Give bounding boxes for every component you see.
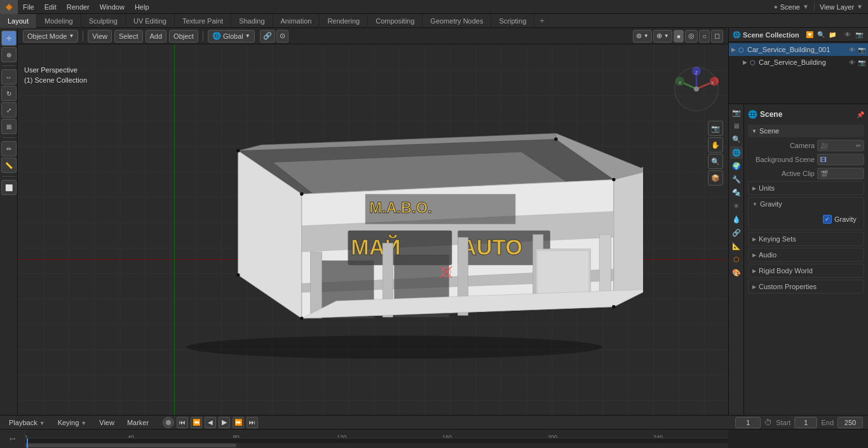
zoom-btn[interactable]: 🔍: [708, 154, 723, 169]
navigation-gizmo[interactable]: X Y Z: [671, 64, 722, 114]
viewport-canvas[interactable]: МАЙ AUTO М.А.В.О.: [18, 44, 728, 415]
skip-end-btn[interactable]: ⏭: [247, 417, 258, 428]
prop-icon-material[interactable]: ⬡: [730, 253, 743, 266]
prop-icon-output[interactable]: 🖥: [730, 119, 743, 132]
prop-icon-physics[interactable]: 💧: [730, 213, 743, 226]
gizmo-btn[interactable]: ⊕ ▼: [653, 30, 672, 43]
toolbar-transform[interactable]: ⊞: [1, 119, 17, 134]
tab-rendering[interactable]: Rendering: [320, 14, 368, 28]
tab-scripting[interactable]: Scripting: [491, 14, 534, 28]
tab-compositing[interactable]: Compositing: [368, 14, 423, 28]
toolbar-rotate[interactable]: ↻: [1, 86, 17, 101]
keying-sets-header[interactable]: ▶ Keying Sets: [749, 233, 864, 245]
gravity-section-header[interactable]: ▼ Gravity: [749, 198, 864, 210]
scene-pin-btn[interactable]: 📌: [857, 111, 864, 118]
prop-icon-data[interactable]: 📐: [730, 240, 743, 252]
camera-edit-icon[interactable]: ✏: [856, 142, 861, 149]
snap-toggle[interactable]: 🔗: [260, 30, 275, 43]
prop-icon-object[interactable]: 🔧: [730, 173, 743, 186]
select-menu[interactable]: Select: [114, 30, 143, 43]
current-frame-field[interactable]: 1: [735, 417, 761, 428]
play-reverse-btn[interactable]: ◀: [205, 417, 216, 428]
object-menu[interactable]: Object: [169, 30, 198, 43]
timeline-scrollbar-thumb[interactable]: [25, 444, 236, 447]
toolbar-cursor[interactable]: ✛: [1, 31, 17, 46]
prop-icon-particles[interactable]: ✳: [730, 200, 743, 212]
menu-render[interactable]: Render: [62, 0, 95, 14]
menu-window[interactable]: Window: [95, 0, 130, 14]
toolbar-annotate[interactable]: ✏: [1, 141, 17, 156]
outliner-new-collection-btn[interactable]: 📁: [827, 30, 837, 40]
scene-section-header[interactable]: ▼ Scene: [748, 125, 864, 137]
prop-icon-modifiers[interactable]: 🔩: [730, 186, 743, 199]
rigid-body-world-header[interactable]: ▶ Rigid Body World: [749, 264, 864, 277]
marker-ctrl[interactable]: Marker: [123, 417, 153, 428]
background-scene-field[interactable]: 🎞: [817, 154, 864, 165]
outliner-restrict-toggle[interactable]: 👁: [843, 30, 853, 40]
menu-help[interactable]: Help: [130, 0, 154, 14]
proportional-edit[interactable]: ⊙: [276, 30, 288, 43]
add-menu[interactable]: Add: [146, 30, 167, 43]
tab-layout[interactable]: Layout: [0, 14, 37, 28]
toolbar-move[interactable]: ⊕: [1, 47, 17, 62]
gravity-checkbox[interactable]: ✓: [823, 215, 832, 224]
outliner-render-2[interactable]: 📷: [858, 59, 865, 66]
prop-icon-world[interactable]: 🌍: [730, 160, 743, 172]
menu-edit[interactable]: Edit: [39, 0, 62, 14]
viewport-3d[interactable]: Object Mode ▼ View Select Add Object 🌐 G…: [18, 28, 728, 415]
menu-file[interactable]: File: [18, 0, 39, 14]
camera-view-btn[interactable]: 📷: [708, 121, 723, 136]
outliner-render-toggle[interactable]: 📷: [854, 30, 864, 40]
prop-icon-scene[interactable]: 🌐: [730, 146, 743, 159]
toolbar-add[interactable]: ⬜: [1, 180, 17, 195]
view-menu[interactable]: View: [88, 30, 112, 43]
transform-dropdown[interactable]: 🌐 Global ▼: [208, 30, 255, 43]
tab-shading[interactable]: Shading: [231, 14, 273, 28]
tab-geometry-nodes[interactable]: Geometry Nodes: [423, 14, 491, 28]
outliner-item-car-service-001[interactable]: ▶ ⬡ Car_Service_Building_001 👁 📷: [729, 43, 868, 56]
units-section-header[interactable]: ▶ Units: [749, 182, 864, 194]
rendered-btn[interactable]: 📦: [708, 170, 723, 186]
audio-section-header[interactable]: ▶ Audio: [749, 248, 864, 261]
custom-properties-header[interactable]: ▶ Custom Properties: [749, 280, 864, 293]
tab-texture-paint[interactable]: Texture Paint: [175, 14, 231, 28]
prop-icon-viewlayer[interactable]: 🔍: [730, 133, 743, 146]
prop-icon-shading[interactable]: 🎨: [730, 266, 743, 279]
tab-modeling[interactable]: Modeling: [37, 14, 81, 28]
keying-ctrl[interactable]: Keying ▼: [54, 417, 91, 428]
toolbar-measure[interactable]: 📏: [1, 158, 17, 173]
shading-rendered[interactable]: ○: [699, 30, 710, 43]
prev-keyframe-btn[interactable]: ⏪: [191, 417, 202, 428]
timeline-content[interactable]: 0 40 80 120 160 200 240 1: [0, 430, 868, 448]
shading-material[interactable]: ◎: [685, 30, 698, 43]
toolbar-move-tool[interactable]: ↔: [1, 69, 17, 85]
outliner-render-1[interactable]: 📷: [858, 46, 865, 53]
outliner-visibility-2[interactable]: 👁: [849, 59, 855, 66]
view-ctrl[interactable]: View: [95, 417, 118, 428]
tab-animation[interactable]: Animation: [273, 14, 320, 28]
timeline-scrollbar[interactable]: [25, 443, 728, 448]
add-workspace-tab[interactable]: +: [534, 15, 550, 27]
record-btn[interactable]: [163, 417, 174, 428]
prop-icon-render[interactable]: 📷: [730, 106, 743, 119]
start-frame-field[interactable]: 1: [794, 417, 817, 428]
camera-field[interactable]: 🎥 ✏: [817, 140, 864, 151]
tab-sculpting[interactable]: Sculpting: [81, 14, 126, 28]
skip-start-btn[interactable]: ⏮: [177, 417, 188, 428]
active-clip-field[interactable]: 🎬: [817, 168, 864, 179]
play-btn[interactable]: ▶: [219, 417, 230, 428]
tab-uv-editing[interactable]: UV Editing: [126, 14, 175, 28]
shading-solid[interactable]: ●: [674, 30, 684, 43]
next-keyframe-btn[interactable]: ⏩: [233, 417, 244, 428]
outliner-search-btn[interactable]: 🔍: [816, 30, 826, 40]
prop-icon-constraints[interactable]: 🔗: [730, 226, 743, 239]
end-frame-field[interactable]: 250: [837, 417, 863, 428]
shading-wireframe[interactable]: ◻: [711, 30, 723, 43]
mode-dropdown[interactable]: Object Mode ▼: [23, 30, 78, 43]
toolbar-scale[interactable]: ⤢: [1, 102, 17, 118]
outliner-filter-btn[interactable]: 🔽: [804, 30, 815, 40]
playback-ctrl[interactable]: Playback ▼: [5, 417, 49, 428]
hand-tool-btn[interactable]: ✋: [708, 137, 723, 153]
outliner-item-car-service-building[interactable]: ▶ ⬡ Car_Service_Building 👁 📷: [729, 56, 868, 69]
outliner-visibility-1[interactable]: 👁: [849, 46, 855, 53]
